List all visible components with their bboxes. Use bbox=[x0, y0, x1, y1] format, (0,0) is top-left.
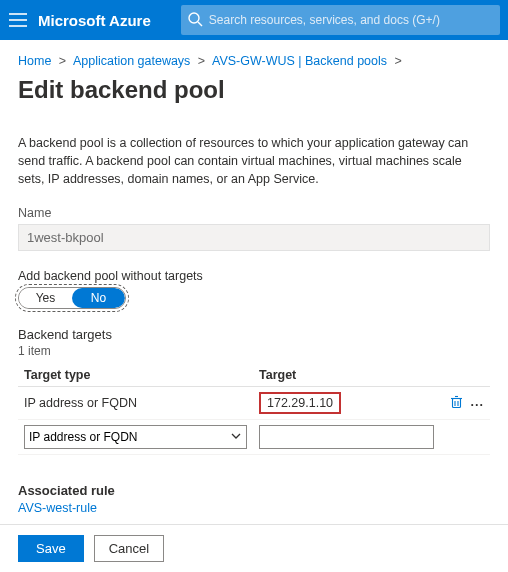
col-target: Target bbox=[253, 364, 440, 387]
svg-rect-5 bbox=[453, 398, 461, 407]
menu-icon[interactable] bbox=[8, 10, 28, 30]
target-value-input[interactable] bbox=[259, 425, 434, 449]
toggle-no[interactable]: No bbox=[72, 288, 125, 308]
content-area: Home > Application gateways > AVS-GW-WUS… bbox=[0, 40, 508, 524]
page-title: Edit backend pool bbox=[18, 76, 490, 104]
target-type-cell: IP address or FQDN bbox=[18, 387, 253, 420]
breadcrumb: Home > Application gateways > AVS-GW-WUS… bbox=[18, 54, 490, 68]
breadcrumb-current[interactable]: AVS-GW-WUS | Backend pools bbox=[212, 54, 387, 68]
associated-rule-section: Associated rule AVS-west-rule bbox=[18, 483, 490, 515]
search-input[interactable] bbox=[181, 5, 500, 35]
table-row-new: IP address or FQDN bbox=[18, 420, 490, 455]
col-target-type: Target type bbox=[18, 364, 253, 387]
toggle-yes[interactable]: Yes bbox=[19, 288, 72, 308]
svg-point-3 bbox=[189, 13, 199, 23]
target-value-cell: 172.29.1.10 bbox=[259, 392, 341, 414]
cancel-button[interactable]: Cancel bbox=[94, 535, 164, 562]
targets-heading: Backend targets bbox=[18, 327, 490, 342]
page-description: A backend pool is a collection of resour… bbox=[18, 134, 490, 188]
without-targets-label: Add backend pool without targets bbox=[18, 269, 490, 283]
associated-rule-heading: Associated rule bbox=[18, 483, 490, 498]
more-icon[interactable]: ··· bbox=[471, 398, 484, 412]
svg-line-4 bbox=[198, 22, 202, 26]
breadcrumb-appgateways[interactable]: Application gateways bbox=[73, 54, 190, 68]
target-type-select[interactable]: IP address or FQDN bbox=[24, 425, 247, 449]
search-icon bbox=[187, 11, 203, 30]
global-search[interactable] bbox=[181, 5, 500, 35]
delete-icon[interactable] bbox=[450, 398, 466, 412]
table-row: IP address or FQDN 172.29.1.10 ··· bbox=[18, 387, 490, 420]
save-button[interactable]: Save bbox=[18, 535, 84, 562]
associated-rule-link[interactable]: AVS-west-rule bbox=[18, 501, 97, 515]
targets-count: 1 item bbox=[18, 344, 490, 358]
brand-label: Microsoft Azure bbox=[38, 12, 151, 29]
name-label: Name bbox=[18, 206, 490, 220]
chevron-right-icon: > bbox=[198, 54, 205, 68]
top-bar: Microsoft Azure bbox=[0, 0, 508, 40]
name-input bbox=[18, 224, 490, 251]
chevron-right-icon: > bbox=[59, 54, 66, 68]
without-targets-toggle[interactable]: Yes No bbox=[18, 287, 126, 309]
footer-bar: Save Cancel bbox=[0, 524, 508, 572]
targets-table: Target type Target IP address or FQDN 17… bbox=[18, 364, 490, 455]
chevron-right-icon: > bbox=[395, 54, 402, 68]
breadcrumb-home[interactable]: Home bbox=[18, 54, 51, 68]
